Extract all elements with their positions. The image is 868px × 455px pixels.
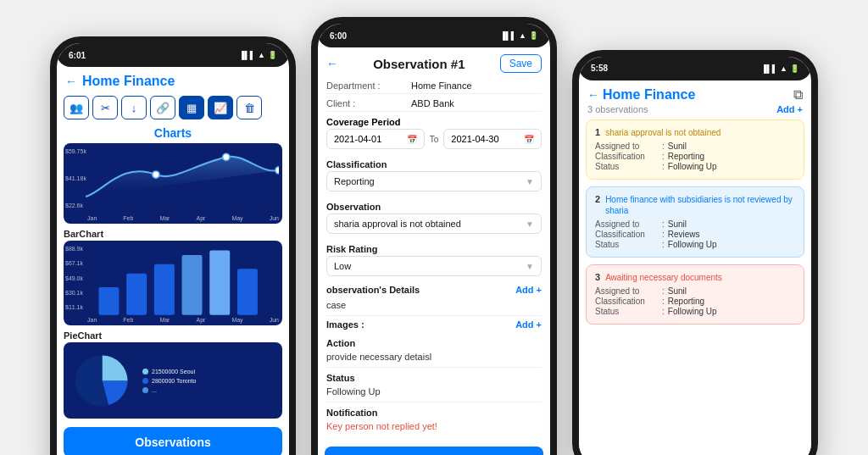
charts-title: Charts xyxy=(57,125,289,143)
class-val-2: Reviews xyxy=(668,230,700,239)
risk-rating-val: Low xyxy=(334,261,351,271)
phone-2: 6:00 ▐▌▌▲🔋 ← Observation #1 Save Departm… xyxy=(311,17,557,455)
bottom-bar-3 xyxy=(579,452,811,456)
obs-dropdown-icon: ▼ xyxy=(526,219,534,229)
svg-rect-5 xyxy=(154,264,175,315)
screen-3: ← Home Finance ⧉ 3 observations Add + 1 … xyxy=(579,80,811,452)
department-label: Department : xyxy=(326,80,411,91)
coverage-row: 2021-04-01 📅 To 2021-04-30 📅 xyxy=(326,129,542,149)
assigned-label-2: Assigned to xyxy=(595,219,659,229)
status-val-1: Following Up xyxy=(668,162,717,171)
obs-number-2: 2 xyxy=(595,194,600,204)
status-val-3: Following Up xyxy=(668,307,717,316)
obs-count: 3 observations xyxy=(587,104,648,114)
line-y-labels: $59.75k $41.18k $22.6k xyxy=(65,148,86,208)
tool-linechart[interactable]: 📈 xyxy=(208,96,233,119)
tool-cut[interactable]: ✂ xyxy=(92,96,118,119)
tool-barchart[interactable]: ▦ xyxy=(179,96,204,119)
class-val-3: Reporting xyxy=(668,297,704,306)
details-value: case xyxy=(326,298,542,316)
class-label-2: Classification xyxy=(595,230,659,239)
action-label: Action xyxy=(326,333,542,350)
tool-trash[interactable]: 🗑 xyxy=(236,96,262,119)
obs-class-2: Classification : Reviews xyxy=(595,230,795,239)
observation-val: sharia approval is not obtained xyxy=(334,219,461,229)
status-label-3: Status xyxy=(595,307,659,316)
y-label-1: $22.6k xyxy=(65,203,86,208)
svg-rect-3 xyxy=(98,287,119,315)
svg-point-1 xyxy=(223,153,230,160)
colon-1: : xyxy=(662,141,665,151)
tool-users[interactable]: 👥 xyxy=(64,96,89,119)
images-add-btn[interactable]: Add + xyxy=(515,319,542,330)
obs-card-2[interactable]: 2 Home finance with subsidiaries is not … xyxy=(586,186,804,258)
department-value: Home Finance xyxy=(411,80,472,91)
obs-title-1: sharia approval is not obtained xyxy=(605,127,721,138)
add-obs-btn[interactable]: Add + xyxy=(776,104,803,114)
obs-assigned-2: Assigned to : Sunil xyxy=(595,219,795,229)
obs-sub-header: 3 observations Add + xyxy=(579,104,811,119)
legend-label-2: 2800000 Toronto xyxy=(152,378,196,384)
details-label: observation's Details xyxy=(326,285,420,295)
obs-class-3: Classification : Reporting xyxy=(595,297,795,306)
details-header-row: observation's Details Add + xyxy=(326,281,542,298)
page-title-1: Home Finance xyxy=(82,74,281,89)
client-row: Client : ABD Bank xyxy=(326,94,542,112)
notification-value: Key person not replied yet! xyxy=(326,419,542,433)
assigned-val-3: Sunil xyxy=(668,286,687,296)
status-icons-3: ▐▌▌▲🔋 xyxy=(761,64,799,73)
classification-input[interactable]: Reporting ▼ xyxy=(326,171,542,191)
line-x-labels: JanFebMarAprMayJun xyxy=(87,215,279,221)
back-icon-2[interactable]: ← xyxy=(326,57,338,70)
class-val-1: Reporting xyxy=(668,152,704,161)
obs-card-3[interactable]: 3 Awaiting necessary documents Assigned … xyxy=(586,264,804,325)
status-value: Following Up xyxy=(326,385,542,402)
status-bar-3: 5:58 ▐▌▌▲🔋 xyxy=(579,57,811,80)
coverage-to-col: 2021-04-30 📅 xyxy=(443,129,542,149)
svg-rect-4 xyxy=(126,274,147,315)
line-chart-area: $59.75k $41.18k $22.6k JanFebMarAprMa xyxy=(64,143,282,224)
phone-1: 6:01 ▐▌▌▲🔋 ← Home Finance 👥 ✂ ↓ 🔗 ▦ 📈 🗑 … xyxy=(50,36,296,455)
coverage-from-val: 2021-04-01 xyxy=(334,134,381,144)
status-val-2: Following Up xyxy=(668,240,717,249)
save-button[interactable]: Save xyxy=(500,54,542,73)
classification-val: Reporting xyxy=(334,176,375,186)
back-icon-1[interactable]: ← xyxy=(65,75,77,88)
observations-button[interactable]: Observations xyxy=(64,427,282,455)
time-3: 5:58 xyxy=(591,64,608,73)
sub-observation-button[interactable]: Sub Observation xyxy=(325,447,543,455)
back-icon-3[interactable]: ← xyxy=(587,88,599,102)
calendar-icon: 📅 xyxy=(407,135,417,144)
header-1: ← Home Finance xyxy=(57,67,289,92)
status-icons-1: ▐▌▌▲🔋 xyxy=(239,51,277,59)
screen-1: ← Home Finance 👥 ✂ ↓ 🔗 ▦ 📈 🗑 Charts $59.… xyxy=(57,67,289,455)
details-add-btn[interactable]: Add + xyxy=(515,285,542,295)
bar-x-labels: JanFebMarAprMayJun xyxy=(87,317,279,323)
bar-chart-area: $88.9k $67.1k $49.0k $30.1k $11.1k JanFe… xyxy=(64,241,282,325)
y-label-3: $59.75k xyxy=(65,148,86,154)
obs-title-3: Awaiting necessary documents xyxy=(605,272,722,283)
header-2: ← Observation #1 Save xyxy=(318,47,550,76)
coverage-to-label: To xyxy=(430,135,439,149)
copy-icon[interactable]: ⧉ xyxy=(793,87,803,103)
coverage-from-col: 2021-04-01 📅 xyxy=(326,129,425,149)
coverage-to-input[interactable]: 2021-04-30 📅 xyxy=(443,129,542,149)
risk-rating-input[interactable]: Low ▼ xyxy=(326,256,542,276)
coverage-label: Coverage Period xyxy=(326,112,542,129)
obs-card-1[interactable]: 1 sharia approval is not obtained Assign… xyxy=(586,119,804,180)
tool-link[interactable]: 🔗 xyxy=(150,96,175,119)
time-1: 6:01 xyxy=(69,51,86,60)
obs-form-scroll[interactable]: Department : Home Finance Client : ABD B… xyxy=(318,76,550,441)
obs-number-1: 1 xyxy=(595,127,600,137)
observation-input[interactable]: sharia approval is not obtained ▼ xyxy=(326,214,542,234)
obs-title-2: Home finance with subsidiaries is not re… xyxy=(605,194,795,216)
obs-assigned-1: Assigned to : Sunil xyxy=(595,141,795,151)
legend-item-2: 2800000 Toronto xyxy=(142,378,196,384)
coverage-from-input[interactable]: 2021-04-01 📅 xyxy=(326,129,425,149)
tool-download[interactable]: ↓ xyxy=(121,96,147,119)
assigned-val-2: Sunil xyxy=(668,219,687,229)
assigned-label-1: Assigned to xyxy=(595,141,659,151)
page-title-3: Home Finance xyxy=(603,87,793,103)
pie-legend: 21500000 Seoul 2800000 Toronto ... xyxy=(142,369,196,393)
observations-list[interactable]: 1 sharia approval is not obtained Assign… xyxy=(579,119,811,452)
